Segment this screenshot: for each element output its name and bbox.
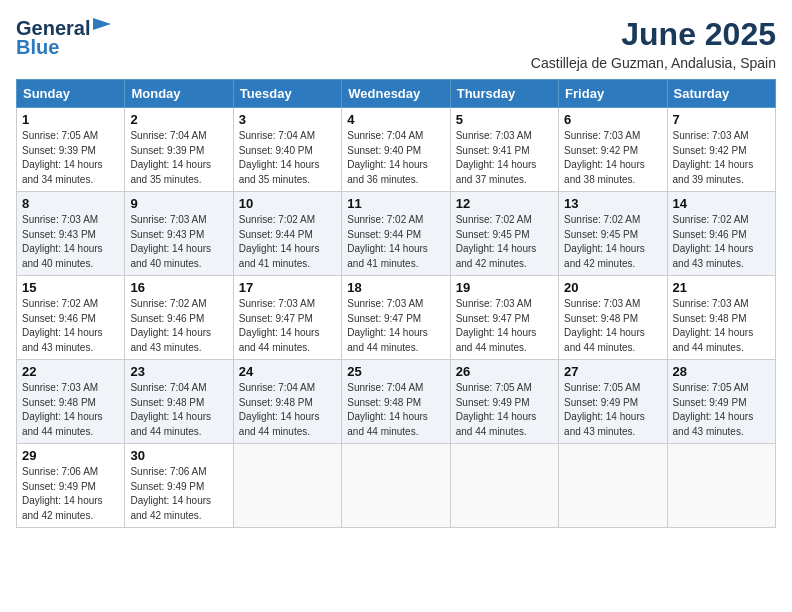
day-detail: Sunrise: 7:04 AMSunset: 9:48 PMDaylight:… — [239, 381, 336, 439]
weekday-header-row: SundayMondayTuesdayWednesdayThursdayFrid… — [17, 80, 776, 108]
calendar-week-5: 29 Sunrise: 7:06 AMSunset: 9:49 PMDaylig… — [17, 444, 776, 528]
day-detail: Sunrise: 7:06 AMSunset: 9:49 PMDaylight:… — [22, 465, 119, 523]
day-detail: Sunrise: 7:05 AMSunset: 9:49 PMDaylight:… — [456, 381, 553, 439]
day-number: 18 — [347, 280, 444, 295]
calendar-cell: 9 Sunrise: 7:03 AMSunset: 9:43 PMDayligh… — [125, 192, 233, 276]
calendar-cell: 25 Sunrise: 7:04 AMSunset: 9:48 PMDaylig… — [342, 360, 450, 444]
calendar-cell: 5 Sunrise: 7:03 AMSunset: 9:41 PMDayligh… — [450, 108, 558, 192]
day-detail: Sunrise: 7:03 AMSunset: 9:43 PMDaylight:… — [22, 213, 119, 271]
day-number: 20 — [564, 280, 661, 295]
location-title: Castilleja de Guzman, Andalusia, Spain — [531, 55, 776, 71]
calendar-cell: 2 Sunrise: 7:04 AMSunset: 9:39 PMDayligh… — [125, 108, 233, 192]
day-detail: Sunrise: 7:02 AMSunset: 9:45 PMDaylight:… — [456, 213, 553, 271]
day-number: 22 — [22, 364, 119, 379]
logo-text-block: General Blue — [16, 16, 113, 59]
day-number: 11 — [347, 196, 444, 211]
day-number: 14 — [673, 196, 770, 211]
day-number: 30 — [130, 448, 227, 463]
calendar-cell: 30 Sunrise: 7:06 AMSunset: 9:49 PMDaylig… — [125, 444, 233, 528]
calendar-cell: 19 Sunrise: 7:03 AMSunset: 9:47 PMDaylig… — [450, 276, 558, 360]
day-number: 10 — [239, 196, 336, 211]
day-number: 23 — [130, 364, 227, 379]
day-number: 7 — [673, 112, 770, 127]
calendar-week-4: 22 Sunrise: 7:03 AMSunset: 9:48 PMDaylig… — [17, 360, 776, 444]
day-detail: Sunrise: 7:02 AMSunset: 9:46 PMDaylight:… — [673, 213, 770, 271]
day-number: 6 — [564, 112, 661, 127]
day-detail: Sunrise: 7:02 AMSunset: 9:46 PMDaylight:… — [22, 297, 119, 355]
day-detail: Sunrise: 7:03 AMSunset: 9:42 PMDaylight:… — [673, 129, 770, 187]
weekday-header-thursday: Thursday — [450, 80, 558, 108]
day-detail: Sunrise: 7:02 AMSunset: 9:44 PMDaylight:… — [347, 213, 444, 271]
day-number: 2 — [130, 112, 227, 127]
day-detail: Sunrise: 7:04 AMSunset: 9:39 PMDaylight:… — [130, 129, 227, 187]
calendar-week-3: 15 Sunrise: 7:02 AMSunset: 9:46 PMDaylig… — [17, 276, 776, 360]
calendar-cell: 14 Sunrise: 7:02 AMSunset: 9:46 PMDaylig… — [667, 192, 775, 276]
calendar-cell: 13 Sunrise: 7:02 AMSunset: 9:45 PMDaylig… — [559, 192, 667, 276]
day-detail: Sunrise: 7:03 AMSunset: 9:48 PMDaylight:… — [22, 381, 119, 439]
calendar-cell: 4 Sunrise: 7:04 AMSunset: 9:40 PMDayligh… — [342, 108, 450, 192]
day-number: 9 — [130, 196, 227, 211]
calendar-cell: 7 Sunrise: 7:03 AMSunset: 9:42 PMDayligh… — [667, 108, 775, 192]
calendar-cell: 1 Sunrise: 7:05 AMSunset: 9:39 PMDayligh… — [17, 108, 125, 192]
calendar-cell: 16 Sunrise: 7:02 AMSunset: 9:46 PMDaylig… — [125, 276, 233, 360]
calendar-cell: 29 Sunrise: 7:06 AMSunset: 9:49 PMDaylig… — [17, 444, 125, 528]
calendar-cell — [559, 444, 667, 528]
day-number: 5 — [456, 112, 553, 127]
day-detail: Sunrise: 7:02 AMSunset: 9:46 PMDaylight:… — [130, 297, 227, 355]
weekday-header-tuesday: Tuesday — [233, 80, 341, 108]
calendar-cell — [667, 444, 775, 528]
calendar-cell: 23 Sunrise: 7:04 AMSunset: 9:48 PMDaylig… — [125, 360, 233, 444]
calendar-cell — [450, 444, 558, 528]
day-detail: Sunrise: 7:05 AMSunset: 9:39 PMDaylight:… — [22, 129, 119, 187]
day-detail: Sunrise: 7:03 AMSunset: 9:47 PMDaylight:… — [347, 297, 444, 355]
calendar-cell — [342, 444, 450, 528]
page-header: General Blue June 2025 Castilleja de Guz… — [16, 16, 776, 71]
day-detail: Sunrise: 7:03 AMSunset: 9:48 PMDaylight:… — [564, 297, 661, 355]
day-number: 26 — [456, 364, 553, 379]
calendar-cell — [233, 444, 341, 528]
day-number: 27 — [564, 364, 661, 379]
calendar-cell: 6 Sunrise: 7:03 AMSunset: 9:42 PMDayligh… — [559, 108, 667, 192]
calendar-cell: 10 Sunrise: 7:02 AMSunset: 9:44 PMDaylig… — [233, 192, 341, 276]
weekday-header-sunday: Sunday — [17, 80, 125, 108]
calendar-cell: 21 Sunrise: 7:03 AMSunset: 9:48 PMDaylig… — [667, 276, 775, 360]
day-detail: Sunrise: 7:06 AMSunset: 9:49 PMDaylight:… — [130, 465, 227, 523]
day-detail: Sunrise: 7:03 AMSunset: 9:41 PMDaylight:… — [456, 129, 553, 187]
logo: General Blue — [16, 16, 113, 59]
day-detail: Sunrise: 7:04 AMSunset: 9:40 PMDaylight:… — [239, 129, 336, 187]
day-number: 4 — [347, 112, 444, 127]
calendar-cell: 3 Sunrise: 7:04 AMSunset: 9:40 PMDayligh… — [233, 108, 341, 192]
day-number: 12 — [456, 196, 553, 211]
month-title: June 2025 — [531, 16, 776, 53]
calendar-cell: 28 Sunrise: 7:05 AMSunset: 9:49 PMDaylig… — [667, 360, 775, 444]
day-number: 21 — [673, 280, 770, 295]
day-number: 13 — [564, 196, 661, 211]
day-detail: Sunrise: 7:03 AMSunset: 9:42 PMDaylight:… — [564, 129, 661, 187]
day-detail: Sunrise: 7:05 AMSunset: 9:49 PMDaylight:… — [673, 381, 770, 439]
calendar-cell: 26 Sunrise: 7:05 AMSunset: 9:49 PMDaylig… — [450, 360, 558, 444]
day-detail: Sunrise: 7:04 AMSunset: 9:48 PMDaylight:… — [130, 381, 227, 439]
calendar-cell: 20 Sunrise: 7:03 AMSunset: 9:48 PMDaylig… — [559, 276, 667, 360]
calendar-week-2: 8 Sunrise: 7:03 AMSunset: 9:43 PMDayligh… — [17, 192, 776, 276]
calendar-cell: 18 Sunrise: 7:03 AMSunset: 9:47 PMDaylig… — [342, 276, 450, 360]
svg-marker-0 — [93, 18, 111, 30]
calendar-cell: 12 Sunrise: 7:02 AMSunset: 9:45 PMDaylig… — [450, 192, 558, 276]
day-number: 19 — [456, 280, 553, 295]
day-detail: Sunrise: 7:02 AMSunset: 9:44 PMDaylight:… — [239, 213, 336, 271]
day-number: 8 — [22, 196, 119, 211]
calendar-cell: 17 Sunrise: 7:03 AMSunset: 9:47 PMDaylig… — [233, 276, 341, 360]
calendar-cell: 24 Sunrise: 7:04 AMSunset: 9:48 PMDaylig… — [233, 360, 341, 444]
day-number: 28 — [673, 364, 770, 379]
day-number: 15 — [22, 280, 119, 295]
day-number: 25 — [347, 364, 444, 379]
day-number: 29 — [22, 448, 119, 463]
day-detail: Sunrise: 7:03 AMSunset: 9:43 PMDaylight:… — [130, 213, 227, 271]
calendar-cell: 8 Sunrise: 7:03 AMSunset: 9:43 PMDayligh… — [17, 192, 125, 276]
calendar-week-1: 1 Sunrise: 7:05 AMSunset: 9:39 PMDayligh… — [17, 108, 776, 192]
logo-blue: Blue — [16, 36, 59, 59]
day-detail: Sunrise: 7:05 AMSunset: 9:49 PMDaylight:… — [564, 381, 661, 439]
calendar-cell: 27 Sunrise: 7:05 AMSunset: 9:49 PMDaylig… — [559, 360, 667, 444]
day-number: 3 — [239, 112, 336, 127]
weekday-header-wednesday: Wednesday — [342, 80, 450, 108]
day-number: 1 — [22, 112, 119, 127]
